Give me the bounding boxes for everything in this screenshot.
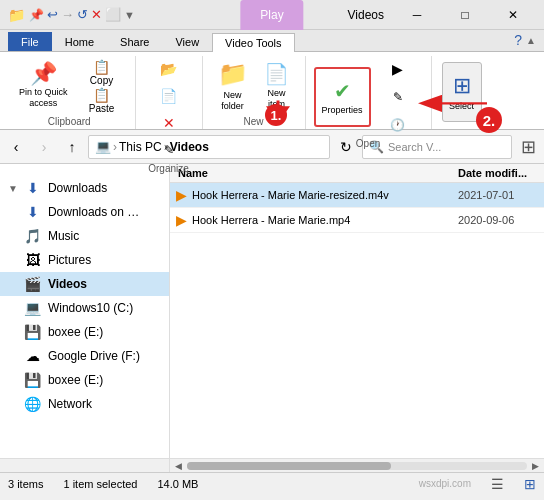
sidebar-item-label: Music xyxy=(48,229,79,243)
downloads-ma-icon: ⬇ xyxy=(24,204,42,220)
clipboard-buttons: 📌 Pin to Quickaccess 📋 Copy 📋 Paste xyxy=(12,56,127,116)
file-row-2[interactable]: ▶ Hook Herrera - Marie Marie.mp4 2020-09… xyxy=(170,208,544,233)
open-icon: ▶ xyxy=(392,61,403,77)
play-tab[interactable]: Play xyxy=(240,0,303,30)
pictures-icon: 🖼 xyxy=(24,252,42,268)
delete-icon: ✕ xyxy=(163,115,175,131)
maximize-button[interactable]: □ xyxy=(442,0,488,30)
edit-icon: ✎ xyxy=(393,90,403,104)
undo-icon[interactable]: ↺ xyxy=(77,7,88,22)
paste-button[interactable]: 📋 Paste xyxy=(77,87,127,113)
history-button[interactable]: 🕐 xyxy=(373,112,423,138)
col-date-header[interactable]: Date modifi... xyxy=(454,167,544,179)
properties-button[interactable]: ✔ Properties xyxy=(314,67,371,127)
open-group: ✔ Properties ▶ ✎ 🕐 Open xyxy=(306,56,432,129)
file-list-header: Name Date modifi... xyxy=(170,164,544,183)
nav-arrow-icon[interactable]: ▼ xyxy=(124,9,135,21)
collapse-icon[interactable]: ▲ xyxy=(526,35,536,46)
pin-icon: 📌 xyxy=(30,63,57,85)
forward-button[interactable]: › xyxy=(32,135,56,159)
help-icon[interactable]: ? xyxy=(514,32,522,48)
sidebar-item-network[interactable]: ▼ 🌐 Network xyxy=(0,392,169,416)
main-content: ▼ ⬇ Downloads ▼ ⬇ Downloads on ma... ▼ 🎵… xyxy=(0,164,544,458)
scroll-thumb[interactable] xyxy=(187,462,391,470)
downloads-icon: ⬇ xyxy=(24,180,42,196)
rename-button[interactable]: ✎ xyxy=(144,137,194,163)
edit-button[interactable]: ✎ xyxy=(373,84,423,110)
new-group: 📁 Newfolder 📄 Newitem New xyxy=(203,56,306,129)
search-placeholder: Search V... xyxy=(388,141,441,153)
tab-video-tools[interactable]: Video Tools xyxy=(212,33,294,52)
title-bar: 📁 📌 ↩ → ↺ ✕ ⬜ ▼ Play Videos ─ □ ✕ xyxy=(0,0,544,30)
sidebar-item-music[interactable]: ▼ 🎵 Music xyxy=(0,224,169,248)
close-red-icon[interactable]: ✕ xyxy=(91,7,102,22)
open-label: Open xyxy=(356,138,380,151)
sidebar-item-downloads[interactable]: ▼ ⬇ Downloads xyxy=(0,176,169,200)
col-name-header[interactable]: Name xyxy=(170,167,454,179)
scroll-left-btn[interactable]: ◀ xyxy=(172,461,185,471)
new-folder-button[interactable]: 📁 Newfolder xyxy=(211,56,255,116)
delete-button[interactable]: ✕ xyxy=(144,110,194,136)
sidebar-item-downloads-ma[interactable]: ▼ ⬇ Downloads on ma... xyxy=(0,200,169,224)
view-options-button[interactable]: ⊞ xyxy=(516,135,540,159)
up-button[interactable]: ↑ xyxy=(60,135,84,159)
boxee1-icon: 💾 xyxy=(24,324,42,340)
vlc-icon-1: ▶ xyxy=(170,187,192,203)
back-button[interactable]: ‹ xyxy=(4,135,28,159)
select-all-button[interactable]: ⊞ Select xyxy=(442,62,482,122)
copy-button[interactable]: 📋 Copy xyxy=(77,59,127,85)
folder-icon: 📁 xyxy=(8,7,25,23)
tab-file[interactable]: File xyxy=(8,32,52,51)
view-toggle-list[interactable]: ☰ xyxy=(491,476,504,492)
windows-icon: 💻 xyxy=(24,300,42,316)
sidebar-item-pictures[interactable]: ▼ 🖼 Pictures xyxy=(0,248,169,272)
sidebar-item-label: Pictures xyxy=(48,253,91,267)
search-box[interactable]: 🔍 Search V... xyxy=(362,135,512,159)
horizontal-scrollbar[interactable]: ◀ ▶ xyxy=(0,458,544,472)
new-label: New xyxy=(244,116,264,129)
scroll-right-btn[interactable]: ▶ xyxy=(529,461,542,471)
copy-to-icon: 📄 xyxy=(160,88,177,104)
title-bar-left: 📁 📌 ↩ → ↺ ✕ ⬜ ▼ xyxy=(8,7,135,23)
network-icon: 🌐 xyxy=(24,396,42,412)
checkmark-icon: ✔ xyxy=(334,79,351,103)
file-date-1: 2021-07-01 xyxy=(454,189,544,201)
pin-to-quick-access-button[interactable]: 📌 Pin to Quickaccess xyxy=(12,56,75,116)
sidebar-item-label: Videos xyxy=(48,277,87,291)
organize-buttons: 📂 📄 ✕ ✎ xyxy=(144,56,194,163)
back-icon[interactable]: ↩ xyxy=(47,7,58,22)
sidebar-item-boxee2[interactable]: ▼ 💾 boxee (E:) xyxy=(0,368,169,392)
forward-icon[interactable]: → xyxy=(61,7,74,22)
music-icon: 🎵 xyxy=(24,228,42,244)
minimize-button[interactable]: ─ xyxy=(394,0,440,30)
videos-icon: 🎬 xyxy=(24,276,42,292)
sidebar-item-label: Windows10 (C:) xyxy=(48,301,133,315)
window-close-button[interactable]: ✕ xyxy=(490,0,536,30)
sidebar-item-windows[interactable]: ▼ 💻 Windows10 (C:) xyxy=(0,296,169,320)
path-icon: 💻 xyxy=(95,139,111,154)
empty-space xyxy=(170,233,544,458)
file-date-2: 2020-09-06 xyxy=(454,214,544,226)
move-to-button[interactable]: 📂 xyxy=(144,56,194,82)
file-name-1: Hook Herrera - Marie Marie-resized.m4v xyxy=(192,189,454,201)
watermark: wsxdpi.com xyxy=(419,478,471,489)
file-row-1[interactable]: ▶ Hook Herrera - Marie Marie-resized.m4v… xyxy=(170,183,544,208)
sidebar-item-boxee1[interactable]: ▼ 💾 boxee (E:) xyxy=(0,320,169,344)
refresh-button[interactable]: ↻ xyxy=(334,135,358,159)
tab-view[interactable]: View xyxy=(162,32,212,51)
title-text: Videos xyxy=(348,8,384,22)
open-button[interactable]: ▶ xyxy=(373,56,423,82)
select-icon: ⊞ xyxy=(453,73,471,99)
address-path[interactable]: 💻 › This PC › Videos xyxy=(88,135,330,159)
sidebar-item-gdrive[interactable]: ▼ ☁ Google Drive (F:) xyxy=(0,344,169,368)
copy-to-button[interactable]: 📄 xyxy=(144,83,194,109)
sidebar-item-videos[interactable]: ▼ 🎬 Videos xyxy=(0,272,169,296)
tab-share[interactable]: Share xyxy=(107,32,162,51)
new-item-icon: 📄 xyxy=(264,62,289,86)
view-toggle-grid[interactable]: ⊞ xyxy=(524,476,536,492)
boxee2-icon: 💾 xyxy=(24,372,42,388)
organize-label: Organize xyxy=(148,163,189,176)
sidebar-item-label: boxee (E:) xyxy=(48,325,103,339)
minimize-box-icon[interactable]: ⬜ xyxy=(105,7,121,22)
tab-home[interactable]: Home xyxy=(52,32,107,51)
